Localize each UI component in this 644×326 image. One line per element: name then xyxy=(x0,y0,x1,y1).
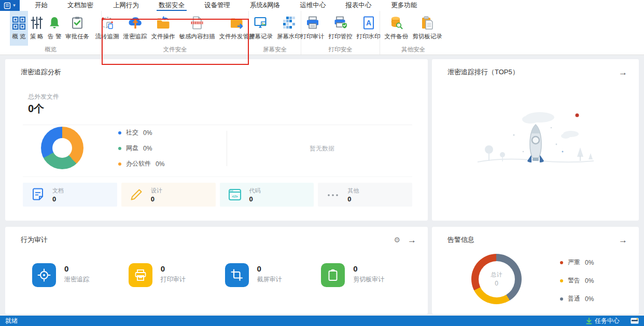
behavior-audit-title: 行为审计 xyxy=(21,235,48,244)
file-outgoing-folder-icon xyxy=(229,13,245,32)
divider xyxy=(23,176,412,177)
ribbon-button-overview[interactable]: 概 览 xyxy=(10,11,28,46)
svg-text:</>: </> xyxy=(232,194,238,199)
ribbon-group-label-overview: 概览 xyxy=(0,46,101,55)
menu-tab-report-center[interactable]: 报表中心 xyxy=(335,0,381,11)
screen-record-icon xyxy=(254,13,268,32)
menu-tab-device-mgmt[interactable]: 设备管理 xyxy=(194,0,240,11)
arrow-right-icon[interactable]: → xyxy=(619,68,627,77)
ribbon-toolbar: 概 览 策 略 xyxy=(0,11,644,55)
arrow-right-icon[interactable]: → xyxy=(619,236,627,244)
menu-tab-data-security[interactable]: 数据安全 xyxy=(149,0,194,11)
leak-trace-analysis-card: 泄密追踪分析 总外发文件 0个 社交 0% 网盘 0% 办公软件 0% 暂无 xyxy=(5,59,428,221)
ribbon-button-alerts[interactable]: 告 警 xyxy=(46,11,63,46)
empty-state-rocket-illustration xyxy=(473,104,598,176)
no-data-text: 暂无数据 xyxy=(232,144,412,153)
legend-item-severe: 严重 0% xyxy=(560,258,594,267)
app-logo-icon xyxy=(4,2,11,9)
clipboard-record-icon xyxy=(420,13,435,32)
legend-item-normal: 普通 0% xyxy=(560,294,594,303)
menu-tab-more[interactable]: 更多功能 xyxy=(381,0,427,11)
total-outgoing-files-value: 0个 xyxy=(28,102,44,116)
policy-sliders-icon xyxy=(30,13,44,32)
alert-bell-icon xyxy=(48,13,61,32)
print-audit-icon xyxy=(305,13,320,32)
legend-item-office-software: 办公软件 0% xyxy=(118,159,164,168)
legend-item-netdisk: 网盘 0% xyxy=(118,144,164,153)
ribbon-button-clipboard-record[interactable]: 剪切板记录 xyxy=(410,11,444,46)
overview-grid-icon xyxy=(12,13,26,32)
svg-text:A: A xyxy=(366,19,371,27)
leak-trace-cloud-icon xyxy=(128,13,143,32)
tile-other: 其他 0 xyxy=(318,183,412,207)
ribbon-button-sensitive-scan[interactable]: 敏感内容扫描 xyxy=(177,11,217,46)
behavior-audit-stats: 0 泄密追踪 0 打印审计 xyxy=(32,263,417,287)
status-ready-text: 就绪 xyxy=(5,317,18,325)
alert-level-donut-chart: 总计 0 xyxy=(471,254,522,304)
menu-tab-web-behavior[interactable]: 上网行为 xyxy=(103,0,149,11)
download-arrow-icon xyxy=(586,318,592,324)
ribbon-button-leak-trace[interactable]: 泄密追踪 xyxy=(121,11,149,46)
tile-design: 设计 0 xyxy=(121,183,216,207)
alert-legend: 严重 0% 警告 0% 普通 0% xyxy=(560,258,594,303)
legend-dot-office-software xyxy=(118,162,121,166)
file-operation-folder-icon xyxy=(156,13,171,32)
document-icon xyxy=(31,188,45,201)
legend-item-warning: 警告 0% xyxy=(560,276,594,285)
ribbon-button-flow-trace[interactable]: 流转追溯 xyxy=(93,11,121,46)
menu-tab-start[interactable]: 开始 xyxy=(25,0,58,11)
menu-tab-ops-center[interactable]: 运维中心 xyxy=(290,0,335,11)
ribbon-group-other-security: 文件备份 剪切板记录 其他安全 xyxy=(380,11,446,55)
ribbon-group-print-security: 打印审计 打印管控 xyxy=(301,11,380,55)
ribbon-group-file-security: 流转追溯 泄密追踪 xyxy=(102,11,249,55)
tile-code: </> 代码 0 xyxy=(220,183,314,207)
ribbon-button-print-control[interactable]: 打印管控 xyxy=(327,11,355,46)
arrow-right-icon[interactable]: → xyxy=(408,236,416,244)
legend-item-social: 社交 0% xyxy=(118,128,164,137)
legend-dot-warning xyxy=(560,279,563,282)
ribbon-button-print-audit[interactable]: 打印审计 xyxy=(299,11,327,46)
app-menu-button[interactable]: ▼ xyxy=(0,0,20,11)
stat-screenshot-audit: 0 截屏审计 xyxy=(225,263,321,287)
menubar: ▼ 开始 文档加密 上网行为 数据安全 设备管理 系统&网络 运维中心 报表中心… xyxy=(0,0,644,11)
legend-dot-normal xyxy=(560,297,563,301)
print-watermark-icon: A xyxy=(362,13,375,32)
legend-dot-severe xyxy=(560,261,563,264)
ribbon-group-screen-security: 屏幕记录 屏幕水印 屏幕安全 xyxy=(249,11,301,55)
stat-clipboard-audit: 0 剪切板审计 xyxy=(321,263,417,287)
ribbon-group-label-print-security: 打印安全 xyxy=(301,46,380,55)
app-menu-caret-icon: ▼ xyxy=(12,4,17,8)
menu-tab-system-network[interactable]: 系统&网络 xyxy=(240,0,290,11)
screen-watermark-icon xyxy=(282,13,296,32)
vertical-divider xyxy=(227,131,227,166)
message-envelope-icon[interactable] xyxy=(631,318,639,324)
stat-print-audit: 0 打印审计 xyxy=(129,263,225,287)
ribbon-button-file-backup[interactable]: 文件备份 xyxy=(382,11,410,46)
stat-leak-trace: 0 泄密追踪 xyxy=(32,263,129,287)
ribbon-group-label-other-security: 其他安全 xyxy=(380,46,446,55)
app-window: ▼ 开始 文档加密 上网行为 数据安全 设备管理 系统&网络 运维中心 报表中心… xyxy=(0,0,644,326)
menu-tabs: 开始 文档加密 上网行为 数据安全 设备管理 系统&网络 运维中心 报表中心 更… xyxy=(25,0,427,11)
donut-center: 总计 0 xyxy=(479,261,515,297)
ribbon-group-overview: 概 览 策 略 xyxy=(0,11,102,55)
tile-document: 文档 0 xyxy=(23,183,117,207)
ribbon-button-policy[interactable]: 策 略 xyxy=(28,11,46,46)
menu-tab-doc-encryption[interactable]: 文档加密 xyxy=(58,0,103,11)
target-icon xyxy=(32,263,56,287)
pencil-icon xyxy=(130,188,143,201)
sensitive-scan-icon xyxy=(189,13,205,32)
ribbon-button-screen-record[interactable]: 屏幕记录 xyxy=(247,11,275,46)
crop-icon xyxy=(225,263,249,287)
ribbon-button-approval-tasks[interactable]: 审批任务 xyxy=(63,11,91,46)
task-center-label: 任务中心 xyxy=(595,317,620,325)
legend-dot-social xyxy=(118,131,121,134)
ribbon-button-print-watermark[interactable]: A 打印水印 xyxy=(355,11,383,46)
print-control-icon xyxy=(333,13,348,32)
approval-clipboard-icon xyxy=(71,13,84,32)
ribbon-button-file-operation[interactable]: 文件操作 xyxy=(149,11,177,46)
flow-trace-icon xyxy=(100,13,115,32)
clipboard-icon xyxy=(321,263,345,287)
printer-icon xyxy=(129,263,152,287)
task-center-button[interactable]: 任务中心 xyxy=(586,317,620,325)
gear-icon[interactable]: ⚙ xyxy=(394,236,400,243)
